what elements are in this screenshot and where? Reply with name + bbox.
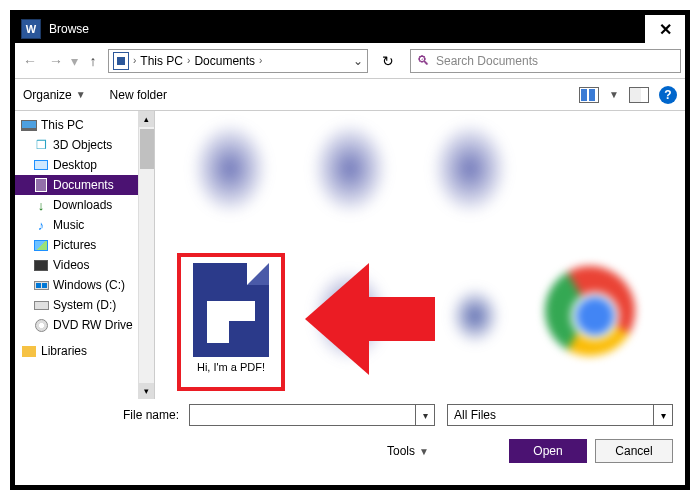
toolbar: Organize ▼ New folder ▼ ? bbox=[15, 79, 685, 111]
download-icon: ↓ bbox=[33, 198, 49, 212]
view-controls: ▼ ? bbox=[579, 86, 677, 104]
scroll-down-icon[interactable]: ▾ bbox=[139, 383, 155, 399]
sidebar-item-libraries[interactable]: Libraries bbox=[15, 341, 154, 361]
sidebar-item-label: System (D:) bbox=[53, 298, 116, 312]
file-item-blurred[interactable] bbox=[440, 276, 510, 356]
sidebar-item-drive-d[interactable]: System (D:) bbox=[15, 295, 154, 315]
annotation-arrow-icon bbox=[305, 263, 435, 371]
filename-label: File name: bbox=[15, 408, 183, 422]
sidebar-item-videos[interactable]: Videos bbox=[15, 255, 154, 275]
sidebar-item-drive-c[interactable]: Windows (C:) bbox=[15, 275, 154, 295]
sidebar-scrollbar[interactable]: ▴ ▾ bbox=[138, 111, 154, 399]
sidebar-item-label: Downloads bbox=[53, 198, 112, 212]
file-list[interactable]: Hi, I'm a PDF! bbox=[155, 111, 685, 399]
forward-button[interactable]: → bbox=[45, 50, 67, 72]
sidebar-item-label: Desktop bbox=[53, 158, 97, 172]
libraries-icon bbox=[22, 346, 36, 357]
cube-icon: ❒ bbox=[33, 138, 49, 152]
sidebar-item-label: Videos bbox=[53, 258, 89, 272]
navbar: ← → ▾ ↑ › This PC › Documents › ⌄ ↻ 🔍︎ S… bbox=[15, 43, 685, 79]
up-button[interactable]: ↑ bbox=[82, 50, 104, 72]
chevron-down-icon[interactable]: ▼ bbox=[609, 89, 619, 100]
sidebar: This PC ❒3D Objects Desktop Documents ↓D… bbox=[15, 111, 155, 399]
file-item-blurred[interactable] bbox=[185, 119, 275, 229]
pdf-icon bbox=[193, 263, 269, 357]
file-item-blurred[interactable] bbox=[425, 119, 515, 229]
sidebar-item-label: Documents bbox=[53, 178, 114, 192]
dialog-browse: W Browse ✕ ← → ▾ ↑ › This PC › Documents… bbox=[10, 10, 690, 490]
tools-label: Tools bbox=[387, 444, 415, 458]
sidebar-item-label: Windows (C:) bbox=[53, 278, 125, 292]
cancel-label: Cancel bbox=[615, 444, 652, 458]
music-icon: ♪ bbox=[33, 218, 49, 232]
preview-pane-button[interactable] bbox=[629, 87, 649, 103]
close-button[interactable]: ✕ bbox=[645, 15, 685, 43]
crumb-this-pc[interactable]: This PC bbox=[140, 54, 183, 68]
sidebar-item-3d-objects[interactable]: ❒3D Objects bbox=[15, 135, 154, 155]
word-icon: W bbox=[21, 19, 41, 39]
file-item-pdf-highlighted[interactable]: Hi, I'm a PDF! bbox=[177, 253, 285, 391]
sidebar-item-downloads[interactable]: ↓Downloads bbox=[15, 195, 154, 215]
pictures-icon bbox=[34, 240, 48, 251]
sidebar-item-label: Pictures bbox=[53, 238, 96, 252]
titlebar: W Browse ✕ bbox=[15, 15, 685, 43]
open-label: Open bbox=[533, 444, 562, 458]
new-folder-button[interactable]: New folder bbox=[110, 88, 167, 102]
chevron-right-icon: › bbox=[133, 55, 136, 66]
search-placeholder: Search Documents bbox=[436, 54, 538, 68]
scroll-thumb[interactable] bbox=[140, 129, 154, 169]
tools-menu[interactable]: Tools ▼ bbox=[387, 444, 429, 458]
chevron-down-icon: ▼ bbox=[76, 89, 86, 100]
back-button[interactable]: ← bbox=[19, 50, 41, 72]
filter-label: All Files bbox=[454, 408, 496, 422]
open-button[interactable]: Open bbox=[509, 439, 587, 463]
sidebar-item-label: DVD RW Drive bbox=[53, 318, 133, 332]
sidebar-item-dvd[interactable]: DVD RW Drive bbox=[15, 315, 154, 335]
search-input[interactable]: 🔍︎ Search Documents bbox=[410, 49, 681, 73]
sidebar-item-label: Music bbox=[53, 218, 84, 232]
sidebar-item-label: Libraries bbox=[41, 344, 87, 358]
file-item-blurred[interactable] bbox=[305, 119, 395, 229]
sidebar-item-documents[interactable]: Documents bbox=[15, 175, 154, 195]
filename-row: File name: All Files bbox=[15, 399, 685, 431]
view-mode-button[interactable] bbox=[579, 87, 599, 103]
body: This PC ❒3D Objects Desktop Documents ↓D… bbox=[15, 111, 685, 399]
file-filter-dropdown[interactable]: All Files bbox=[447, 404, 673, 426]
search-icon: 🔍︎ bbox=[417, 53, 430, 68]
sidebar-item-label: 3D Objects bbox=[53, 138, 112, 152]
desktop-icon bbox=[34, 160, 48, 170]
organize-label: Organize bbox=[23, 88, 72, 102]
cancel-button[interactable]: Cancel bbox=[595, 439, 673, 463]
sidebar-item-this-pc[interactable]: This PC bbox=[15, 115, 154, 135]
crumb-documents[interactable]: Documents bbox=[194, 54, 255, 68]
file-label: Hi, I'm a PDF! bbox=[181, 361, 281, 373]
drive-icon bbox=[34, 301, 49, 310]
sidebar-item-music[interactable]: ♪Music bbox=[15, 215, 154, 235]
button-row: Tools ▼ Open Cancel bbox=[15, 431, 685, 471]
nav-separator: ▾ bbox=[71, 53, 78, 69]
help-button[interactable]: ? bbox=[659, 86, 677, 104]
filename-input[interactable] bbox=[189, 404, 435, 426]
scroll-up-icon[interactable]: ▴ bbox=[139, 111, 155, 127]
document-icon bbox=[35, 178, 47, 192]
videos-icon bbox=[34, 260, 48, 271]
chevron-right-icon: › bbox=[187, 55, 190, 66]
chevron-down-icon: ▼ bbox=[419, 446, 429, 457]
window-title: Browse bbox=[49, 22, 645, 36]
sidebar-item-desktop[interactable]: Desktop bbox=[15, 155, 154, 175]
sidebar-item-pictures[interactable]: Pictures bbox=[15, 235, 154, 255]
address-dropdown-icon[interactable]: ⌄ bbox=[353, 54, 363, 68]
refresh-button[interactable]: ↻ bbox=[376, 49, 400, 73]
folder-icon bbox=[113, 52, 129, 70]
chevron-right-icon: › bbox=[259, 55, 262, 66]
sidebar-item-label: This PC bbox=[41, 118, 84, 132]
organize-menu[interactable]: Organize ▼ bbox=[23, 88, 86, 102]
file-item-chrome[interactable] bbox=[545, 266, 635, 356]
address-bar[interactable]: › This PC › Documents › ⌄ bbox=[108, 49, 368, 73]
disc-icon bbox=[35, 319, 48, 332]
drive-icon bbox=[34, 281, 49, 290]
